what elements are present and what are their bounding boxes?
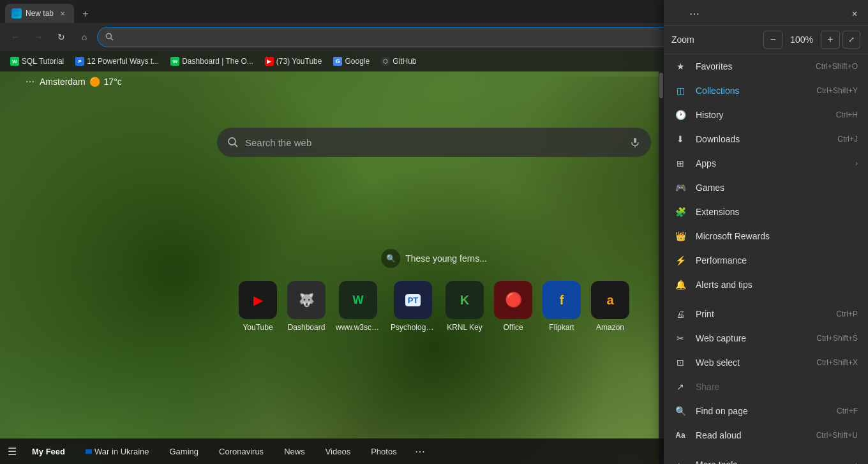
bookmark-12powerful[interactable]: P 12 Powerful Ways t... — [70, 54, 164, 68]
menu-label-webselect: Web select — [696, 357, 807, 368]
forward-button[interactable]: → — [28, 27, 49, 47]
url-input[interactable] — [119, 33, 717, 42]
menu-item-readaloud[interactable]: Aa Read aloud Ctrl+Shift+U — [664, 423, 868, 447]
search-input[interactable] — [245, 137, 623, 148]
weather-temp: 17°c — [104, 77, 122, 87]
svg-line-1 — [111, 38, 114, 41]
feed-more-button[interactable]: ⋯ — [415, 445, 425, 458]
menu-shortcut-collections: Ctrl+Shift+Y — [816, 86, 858, 95]
feed-item-myfeed[interactable]: My Feed — [27, 444, 70, 459]
quick-link-youtube[interactable]: ▶ YouTube — [239, 281, 277, 332]
bookmark-youtube[interactable]: ▶ (73) YouTube — [260, 54, 327, 68]
quick-link-label: Psychology T... — [391, 323, 435, 332]
active-tab[interactable]: New tab ✕ — [5, 4, 74, 23]
bookmark-github[interactable]: ⬡ GitHub — [376, 54, 421, 68]
feed-item-news[interactable]: News — [279, 444, 310, 459]
moretools-icon: ▸ — [674, 458, 687, 464]
menu-item-alerts[interactable]: 🔔 Alerts and tips — [664, 273, 868, 297]
menu-item-share[interactable]: ↗ Share — [664, 375, 868, 399]
feed-item-photos[interactable]: Photos — [366, 444, 401, 459]
menu-item-games[interactable]: 🎮 Games — [664, 176, 868, 200]
menu-item-moretools[interactable]: ▸ More tools › — [664, 453, 868, 464]
menu-shortcut-downloads: Ctrl+J — [837, 135, 858, 144]
menu-item-rewards[interactable]: 👑 Microsoft Rewards — [664, 224, 868, 248]
bookmark-icon: ▶ — [265, 57, 274, 66]
feed-item-coronavirus[interactable]: Coronavirus — [214, 444, 269, 459]
menu-header: ⋯ ✕ — [664, 0, 868, 26]
bookmark-label: 12 Powerful Ways t... — [87, 57, 159, 66]
context-menu: ⋯ ✕ Zoom − 100% + ⤢ ★ Favorites Ctrl+Shi… — [664, 0, 868, 464]
feed-item-ukraine[interactable]: War in Ukraine — [80, 444, 154, 459]
tab-area: New tab ✕ + — [0, 0, 94, 23]
quick-link-amazon[interactable]: a Amazon — [591, 281, 629, 332]
performance-icon: ⚡ — [674, 254, 687, 267]
quick-link-psychology[interactable]: PT Psychology T... — [391, 281, 435, 332]
weather-menu-icon[interactable]: ⋯ — [26, 77, 34, 87]
share-icon: ↗ — [674, 380, 687, 393]
quick-link-icon: PT — [394, 281, 432, 319]
extensions-icon: 🧩 — [674, 206, 687, 218]
quick-link-icon: K — [445, 281, 484, 319]
address-bar[interactable] — [97, 27, 725, 47]
menu-item-find[interactable]: 🔍 Find on page Ctrl+F — [664, 399, 868, 423]
zoom-out-button[interactable]: − — [763, 31, 782, 49]
zoom-row: Zoom − 100% + ⤢ — [664, 26, 868, 54]
quick-link-icon: a — [591, 281, 629, 319]
search-bar[interactable] — [217, 128, 651, 157]
reload-button[interactable]: ↻ — [51, 27, 71, 47]
mic-icon[interactable] — [629, 137, 641, 148]
menu-item-print[interactable]: 🖨 Print Ctrl+P — [664, 302, 868, 326]
quick-link-dashboard[interactable]: 🐺 Dashboard — [287, 281, 326, 332]
feed-item-gaming[interactable]: Gaming — [165, 444, 204, 459]
menu-label-share: Share — [696, 382, 858, 392]
back-button[interactable]: ← — [5, 27, 26, 47]
quick-link-office[interactable]: 🔴 Office — [494, 281, 532, 332]
menu-shortcut-readaloud: Ctrl+Shift+U — [816, 431, 858, 440]
home-button[interactable]: ⌂ — [74, 27, 94, 47]
quick-link-icon: ▶ — [239, 281, 277, 319]
menu-item-extensions[interactable]: 🧩 Extensions — [664, 200, 868, 224]
new-tab-button[interactable]: + — [77, 5, 94, 23]
svg-line-3 — [235, 144, 238, 147]
menu-label-favorites: Favorites — [696, 61, 807, 71]
bookmark-label: Google — [345, 57, 370, 66]
bookmark-google[interactable]: G Google — [328, 54, 375, 68]
zoom-in-button[interactable]: + — [821, 31, 840, 49]
menu-shortcut-print: Ctrl+P — [836, 310, 858, 318]
bookmark-icon: W — [10, 57, 19, 66]
bookmark-icon: ⬡ — [381, 57, 390, 66]
menu-item-history[interactable]: 🕐 History Ctrl+H — [664, 103, 868, 127]
menu-label-rewards: Microsoft Rewards — [696, 231, 858, 241]
menu-options-button[interactable]: ⋯ — [687, 5, 702, 22]
menu-label-print: Print — [696, 309, 827, 319]
quick-link-flipkart[interactable]: f Flipkart — [542, 281, 581, 332]
menu-item-apps[interactable]: ⊞ Apps › — [664, 151, 868, 176]
visual-search-button[interactable]: 🔍 — [381, 249, 400, 268]
menu-item-performance[interactable]: ⚡ Performance — [664, 248, 868, 273]
tab-close-button[interactable]: ✕ — [57, 8, 68, 19]
menu-item-favorites[interactable]: ★ Favorites Ctrl+Shift+O — [664, 54, 868, 79]
hamburger-icon[interactable]: ☰ — [8, 445, 17, 458]
bookmark-sql[interactable]: W SQL Tutorial — [5, 54, 69, 68]
menu-item-webselect[interactable]: ⊡ Web select Ctrl+Shift+X — [664, 350, 868, 375]
scrollbar-thumb[interactable] — [659, 73, 663, 98]
quick-link-icon: 🔴 — [494, 281, 532, 319]
quick-link-krnl[interactable]: K KRNL Key — [445, 281, 484, 332]
bookmark-dashboard[interactable]: W Dashboard | The O... — [165, 54, 258, 68]
history-icon: 🕐 — [674, 109, 687, 121]
menu-item-downloads[interactable]: ⬇ Downloads Ctrl+J — [664, 127, 868, 151]
menu-close-button[interactable]: ✕ — [851, 10, 858, 19]
menu-item-webcapture[interactable]: ✂ Web capture Ctrl+Shift+S — [664, 326, 868, 350]
menu-label-performance: Performance — [696, 255, 858, 266]
alerts-icon: 🔔 — [674, 278, 687, 291]
tab-favicon — [11, 8, 22, 19]
zoom-fullscreen-button[interactable]: ⤢ — [842, 31, 860, 49]
caption-text: These young ferns... — [405, 253, 487, 264]
menu-item-collections[interactable]: ◫ Collections Ctrl+Shift+Y — [664, 79, 868, 103]
games-icon: 🎮 — [674, 181, 687, 194]
downloads-icon: ⬇ — [674, 133, 687, 146]
readaloud-icon: Aa — [674, 429, 687, 442]
quick-link-w3schools[interactable]: W www.w3scho... — [336, 281, 380, 332]
bookmark-label: Dashboard | The O... — [182, 57, 253, 66]
feed-item-videos[interactable]: Videos — [320, 444, 356, 459]
